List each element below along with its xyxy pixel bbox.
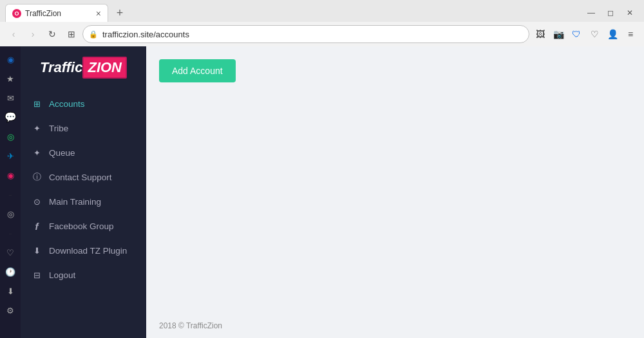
footer-bar: 2018 © TrafficZion [146, 314, 644, 338]
sidebar-item-logout[interactable]: ⊟ Logout [21, 263, 146, 287]
browser-sidebar-mail[interactable]: ✉ [3, 90, 18, 106]
tab-close-icon[interactable]: × [96, 9, 101, 18]
main-training-label: Main Training [49, 197, 101, 207]
forward-button[interactable]: › [24, 26, 41, 42]
content-area: Add Account [146, 46, 644, 314]
new-tab-button[interactable]: + [111, 4, 129, 22]
logout-icon: ⊟ [31, 269, 43, 281]
back-button[interactable]: ‹ [5, 26, 22, 42]
browser-sidebar-settings[interactable]: ⚙ [3, 303, 18, 318]
tab-bar: O TrafficZion × + — ◻ ✕ [0, 0, 644, 22]
address-wrapper: 🔒 [82, 25, 529, 43]
browser-sidebar-messenger[interactable]: 💬 [3, 109, 18, 125]
address-input[interactable] [82, 25, 529, 43]
sidebar-item-download-tz-plugin[interactable]: ⬇ Download TZ Plugin [21, 238, 146, 263]
browser-sidebar-separator: — [3, 187, 18, 202]
main-training-icon: ⊙ [31, 196, 43, 207]
camera-icon[interactable]: 📷 [550, 26, 567, 42]
sidebar-item-main-training[interactable]: ⊙ Main Training [21, 189, 146, 214]
download-tz-plugin-label: Download TZ Plugin [49, 246, 127, 256]
accounts-label: Accounts [49, 99, 85, 109]
footer-text: 2018 © TrafficZion [159, 321, 222, 330]
browser-chrome: O TrafficZion × + — ◻ ✕ ‹ › ↻ ⊞ 🔒 🖼 📷 🛡 … [0, 0, 644, 46]
logo-traffic: Traffic [40, 59, 82, 76]
browser-sidebar-download[interactable]: ⬇ [3, 283, 18, 299]
sidebar-item-tribe[interactable]: ✦ Tribe [21, 116, 146, 140]
menu-icon[interactable]: ≡ [622, 26, 639, 42]
contact-support-icon: ⓘ [31, 171, 43, 183]
restore-button[interactable]: ◻ [601, 4, 620, 22]
accounts-icon: ⊞ [31, 98, 43, 109]
contact-support-label: Contact Support [49, 173, 112, 182]
browser-sidebar-whatsapp[interactable]: ◎ [3, 129, 18, 144]
toolbar-icons: 🖼 📷 🛡 ♡ 👤 ≡ [532, 26, 639, 42]
browser-sidebar-vr[interactable]: ◎ [3, 206, 18, 221]
queue-icon: ✦ [31, 147, 43, 158]
address-bar: ‹ › ↻ ⊞ 🔒 🖼 📷 🛡 ♡ 👤 ≡ [0, 22, 644, 46]
tab-title: TrafficZion [25, 9, 92, 18]
logout-label: Logout [49, 270, 75, 280]
browser-sidebar-history[interactable]: 🕐 [3, 264, 18, 279]
browser-sidebar-telegram[interactable]: ✈ [3, 148, 18, 164]
logo-zion: ZION [82, 57, 127, 79]
close-window-button[interactable]: ✕ [621, 4, 639, 22]
app-container: ◉ ★ ✉ 💬 ◎ ✈ ◉ — ◎ — ♡ 🕐 ⬇ ⚙ Traffic ZION… [0, 46, 644, 338]
sidebar-item-queue[interactable]: ✦ Queue [21, 140, 146, 165]
tribe-icon: ✦ [31, 122, 43, 134]
download-tz-plugin-icon: ⬇ [31, 245, 43, 256]
tab-favicon: O [12, 9, 21, 18]
facebook-group-icon: f [31, 220, 43, 232]
browser-sidebar-divider: — [3, 225, 18, 241]
user-icon[interactable]: 👤 [604, 26, 621, 42]
reload-button[interactable]: ↻ [44, 26, 61, 42]
sidebar-item-contact-support[interactable]: ⓘ Contact Support [21, 165, 146, 189]
shield-icon[interactable]: 🛡 [568, 26, 585, 42]
facebook-group-label: Facebook Group [49, 221, 114, 231]
sidebar-item-facebook-group[interactable]: f Facebook Group [21, 214, 146, 238]
window-controls: — ◻ ✕ [582, 4, 639, 22]
app-sidebar: Traffic ZION ⊞ Accounts ✦ Tribe ✦ Queue … [21, 46, 146, 338]
browser-sidebar-bookmarks[interactable]: ★ [3, 71, 18, 86]
browser-sidebar: ◉ ★ ✉ 💬 ◎ ✈ ◉ — ◎ — ♡ 🕐 ⬇ ⚙ [0, 46, 21, 338]
browser-sidebar-instagram[interactable]: ◉ [3, 167, 18, 183]
active-tab[interactable]: O TrafficZion × [5, 4, 108, 22]
heart-icon[interactable]: ♡ [586, 26, 603, 42]
sidebar-item-accounts[interactable]: ⊞ Accounts [21, 91, 146, 116]
add-account-button[interactable]: Add Account [159, 59, 236, 82]
browser-sidebar-heart[interactable]: ♡ [3, 245, 18, 260]
screenshot-icon[interactable]: 🖼 [532, 26, 549, 42]
browser-sidebar-home[interactable]: ◉ [3, 52, 18, 67]
minimize-button[interactable]: — [582, 4, 600, 22]
queue-label: Queue [49, 148, 75, 158]
nav-menu: ⊞ Accounts ✦ Tribe ✦ Queue ⓘ Contact Sup… [21, 91, 146, 338]
main-content: Add Account 2018 © TrafficZion [146, 46, 644, 338]
tribe-label: Tribe [49, 124, 68, 133]
logo-area: Traffic ZION [21, 46, 146, 91]
grid-button[interactable]: ⊞ [63, 26, 80, 42]
